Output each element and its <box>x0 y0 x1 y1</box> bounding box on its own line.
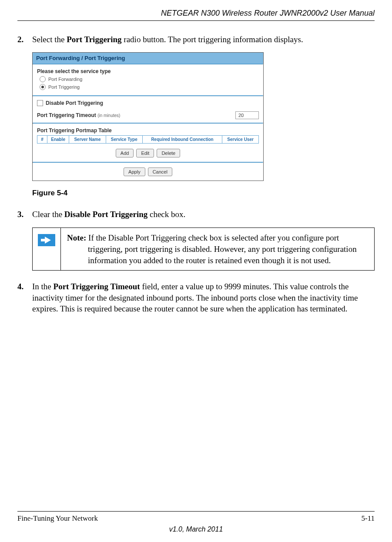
running-header: NETGEAR N300 Wireless Router JWNR2000v2 … <box>17 9 375 21</box>
apply-button[interactable]: Apply <box>124 167 145 176</box>
arrow-right-icon <box>38 234 55 246</box>
bold-term: Port Triggering <box>67 35 121 44</box>
timeout-units: (in minutes) <box>97 113 120 118</box>
footer-section: Fine-Tuning Your Network <box>17 514 98 523</box>
table-buttons: Add Edit Delete <box>33 144 263 162</box>
radio-port-triggering[interactable]: Port Triggering <box>40 84 259 90</box>
add-button[interactable]: Add <box>116 149 134 157</box>
th-enable: Enable <box>47 135 69 143</box>
radio-label: Port Triggering <box>48 84 80 90</box>
page-footer: Fine-Tuning Your Network 5-11 v1.0, Marc… <box>17 511 375 533</box>
footer-version: v1.0, March 2011 <box>17 525 375 533</box>
checkbox-label: Disable Port Triggering <box>46 100 103 106</box>
radio-label: Port Forwarding <box>48 77 82 82</box>
note-body: If the Disable Port Triggering check box… <box>86 233 356 264</box>
step-2: 2. Select the Port Triggering radio butt… <box>17 34 375 45</box>
cancel-button[interactable]: Cancel <box>148 167 172 176</box>
timeout-label: Port Triggering Timeout <box>37 112 96 118</box>
text: In the <box>32 282 54 291</box>
th-num: # <box>37 135 47 143</box>
th-inbound: Required Inbound Connection <box>142 135 222 143</box>
radio-icon <box>40 76 46 82</box>
table-header-row: # Enable Server Name Service Type Requir… <box>37 135 259 143</box>
note-icon-cell <box>33 228 61 270</box>
radio-port-forwarding[interactable]: Port Forwarding <box>40 76 259 82</box>
text: Select the <box>32 35 67 44</box>
th-server-name: Server Name <box>69 135 106 143</box>
portmap-label: Port Triggering Portmap Table <box>33 124 263 134</box>
edit-button[interactable]: Edit <box>136 149 154 157</box>
portmap-table: # Enable Server Name Service Type Requir… <box>37 135 259 144</box>
step-number: 2. <box>17 34 32 45</box>
text: radio button. The port triggering inform… <box>122 35 303 44</box>
step-3: 3. Clear the Disable Port Triggering che… <box>17 209 375 220</box>
delete-button[interactable]: Delete <box>157 149 180 157</box>
figure-5-4: Port Forwarding / Port Triggering Please… <box>32 52 375 181</box>
disable-port-triggering-row[interactable]: Disable Port Triggering <box>33 97 263 110</box>
step-number: 3. <box>17 209 32 220</box>
figure-caption: Figure 5-4 <box>32 189 375 197</box>
checkbox-icon <box>37 100 43 106</box>
footer-page-number: 5-11 <box>361 514 375 523</box>
step-4: 4. In the Port Triggering Timeout field,… <box>17 281 375 314</box>
note-box: Note: If the Disable Port Triggering che… <box>32 228 375 271</box>
text: check box. <box>147 210 185 219</box>
step-body: Select the Port Triggering radio button.… <box>32 34 375 45</box>
panel-title: Port Forwarding / Port Triggering <box>33 53 263 64</box>
step-body: In the Port Triggering Timeout field, en… <box>32 281 375 314</box>
bold-term: Disable Port Triggering <box>64 210 147 219</box>
note-text: Note: If the Disable Port Triggering che… <box>61 228 374 270</box>
step-number: 4. <box>17 281 32 314</box>
timeout-input[interactable]: 20 <box>235 111 259 119</box>
note-lead: Note: <box>67 233 86 242</box>
text: Clear the <box>32 210 64 219</box>
router-panel: Port Forwarding / Port Triggering Please… <box>32 52 264 181</box>
timeout-row: Port Triggering Timeout (in minutes) 20 <box>33 110 263 123</box>
form-buttons: Apply Cancel <box>33 163 263 181</box>
radio-icon-selected <box>40 84 46 90</box>
bold-term: Port Triggering Timeout <box>54 282 140 291</box>
th-service-user: Service User <box>222 135 259 143</box>
th-service-type: Service Type <box>106 135 142 143</box>
step-body: Clear the Disable Port Triggering check … <box>32 209 375 220</box>
service-type-label: Please select the service type <box>37 68 259 74</box>
